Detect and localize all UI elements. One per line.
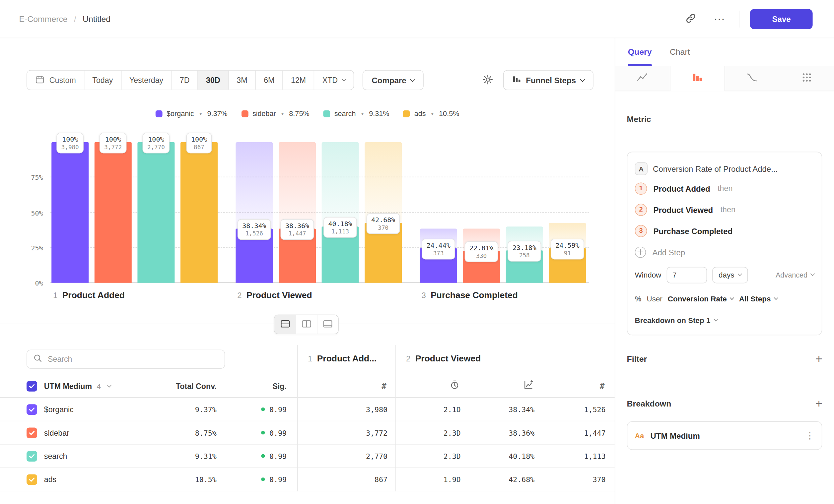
step1-count-header[interactable]: # <box>287 381 388 391</box>
legend-swatch-icon <box>323 110 330 117</box>
row-step2-time: 1.9D <box>388 475 461 484</box>
select-all-checkbox[interactable] <box>26 381 37 391</box>
retention-curve-icon <box>746 72 758 86</box>
range-7d[interactable]: 7D <box>171 71 197 90</box>
range-yesterday[interactable]: Yesterday <box>121 71 171 90</box>
range-custom[interactable]: Custom <box>27 71 84 90</box>
funnel-bar[interactable] <box>420 142 457 283</box>
range-xtd[interactable]: XTD <box>314 71 354 90</box>
funnel-bar-pct: 100% <box>191 135 207 143</box>
filter-section: Filter + <box>627 353 822 365</box>
breadcrumb-parent[interactable]: E-Commerce <box>19 14 68 24</box>
breakdown-item[interactable]: Aa UTM Medium ⋮ <box>627 421 822 450</box>
legend-item[interactable]: ads•10.5% <box>403 109 459 117</box>
range-6m[interactable]: 6M <box>256 71 283 90</box>
string-type-icon: Aa <box>635 432 644 440</box>
tab-chart[interactable]: Chart <box>670 38 690 66</box>
funnel-bar[interactable] <box>365 142 402 283</box>
range-today[interactable]: Today <box>84 71 121 90</box>
row-checkbox[interactable] <box>26 474 37 485</box>
funnel-bar[interactable] <box>137 142 175 283</box>
legend-item[interactable]: $organic•9.37% <box>155 109 227 117</box>
layout-bottom-panel-button[interactable] <box>317 315 338 334</box>
row-checkbox[interactable] <box>26 404 37 414</box>
query-step[interactable]: 3Purchase Completed <box>635 220 814 242</box>
measure-metric-select[interactable]: Conversion Rate <box>668 294 734 303</box>
percent-icon[interactable]: % <box>635 294 642 303</box>
add-breakdown-button[interactable]: + <box>815 398 822 410</box>
query-step[interactable]: 2Product Viewedthen <box>635 199 814 220</box>
tab-flows[interactable] <box>780 66 834 91</box>
table-row[interactable]: search9.31%0.992,7702.3D40.18%1,113 <box>0 445 615 468</box>
advanced-toggle[interactable]: Advanced <box>776 271 814 279</box>
hash-icon: # <box>381 381 386 391</box>
funnel-bar-pct: 23.18% <box>512 244 536 251</box>
tab-funnels[interactable] <box>670 66 725 91</box>
range-3m[interactable]: 3M <box>228 71 256 90</box>
tab-insights[interactable] <box>615 66 670 91</box>
group-count: 4 <box>97 382 101 390</box>
date-range-control: Custom TodayYesterday7D30D3M6M12MXTD <box>26 70 354 90</box>
more-menu-button[interactable]: ⋯ <box>710 10 728 28</box>
funnel-bar[interactable] <box>94 142 132 283</box>
compare-button[interactable]: Compare <box>363 70 424 90</box>
step2-count-header[interactable]: # <box>534 381 606 391</box>
window-unit-select[interactable]: days <box>712 267 748 283</box>
add-step-button[interactable]: Add Step <box>635 242 814 262</box>
funnel-bar[interactable] <box>549 142 586 283</box>
chart-settings-button[interactable] <box>479 71 497 89</box>
funnel-bar[interactable] <box>51 142 89 283</box>
legend-item[interactable]: search•9.31% <box>323 109 389 117</box>
chart-type-select[interactable]: Funnel Steps <box>503 70 593 90</box>
legend-item[interactable]: sidebar•8.75% <box>241 109 309 117</box>
funnel-bar-dropoff-ghost <box>365 142 402 223</box>
funnel-bar[interactable] <box>506 142 543 283</box>
table-row[interactable]: ads10.5%0.998671.9D42.68%370 <box>0 468 615 491</box>
breakdown-on-step-select[interactable]: Breakdown on Step 1 <box>635 311 814 330</box>
funnel-bar[interactable] <box>279 142 316 283</box>
table-step1-header[interactable]: 1 Product Add... <box>308 353 376 363</box>
insights-line-chart-icon <box>637 72 648 86</box>
step-then-label: then <box>718 184 732 193</box>
tab-query[interactable]: Query <box>628 38 652 66</box>
search-input[interactable] <box>48 355 218 363</box>
row-checkbox[interactable] <box>26 428 37 438</box>
total-conv-header[interactable]: Total Conv. <box>159 382 217 390</box>
sig-header[interactable]: Sig. <box>217 382 287 390</box>
table-step2-header[interactable]: 2 Product Viewed <box>406 353 481 363</box>
report-title[interactable]: Untitled <box>83 14 110 24</box>
step-number-badge: 3 <box>635 225 647 237</box>
tab-retention[interactable] <box>725 66 780 91</box>
topbar-divider <box>739 10 740 27</box>
group-by-label[interactable]: UTM Medium <box>44 382 92 390</box>
table-row[interactable]: sidebar8.75%0.993,7722.3D38.36%1,447 <box>0 421 615 444</box>
row-checkbox[interactable] <box>26 451 37 461</box>
window-value-input[interactable] <box>666 267 707 283</box>
funnel-bar-value-label: 100%3,980 <box>57 133 84 153</box>
funnel-bar[interactable] <box>236 142 273 283</box>
funnel-bar[interactable] <box>180 142 218 283</box>
add-filter-button[interactable]: + <box>815 353 822 365</box>
measure-entity[interactable]: User <box>647 294 662 303</box>
step-number: 3 <box>421 291 425 300</box>
chevron-down-icon[interactable] <box>107 383 112 387</box>
step2-time-header[interactable] <box>388 380 461 392</box>
step2-conv-header[interactable] <box>461 380 534 392</box>
save-button[interactable]: Save <box>750 8 813 29</box>
share-link-button[interactable] <box>682 10 700 28</box>
range-30d[interactable]: 30D <box>198 71 228 90</box>
range-12m[interactable]: 12M <box>282 71 314 90</box>
legend-label: sidebar <box>253 109 276 117</box>
table-row[interactable]: $organic9.37%0.993,9802.1D38.34%1,526 <box>0 398 615 421</box>
plus-circle-icon <box>635 246 646 258</box>
layout-split-vertical-button[interactable] <box>295 315 317 334</box>
measure-scope-select[interactable]: All Steps <box>739 294 778 303</box>
legend-value: 10.5% <box>439 109 459 117</box>
funnel-bar[interactable] <box>322 142 359 283</box>
metric-title-row[interactable]: A Conversion Rate of Product Adde... <box>635 160 814 178</box>
kebab-menu-icon[interactable]: ⋮ <box>806 430 814 441</box>
query-step[interactable]: 1Product Addedthen <box>635 178 814 199</box>
layout-split-horizontal-button[interactable] <box>275 315 295 334</box>
chevron-down-icon <box>580 76 585 82</box>
legend-separator: • <box>199 109 202 117</box>
